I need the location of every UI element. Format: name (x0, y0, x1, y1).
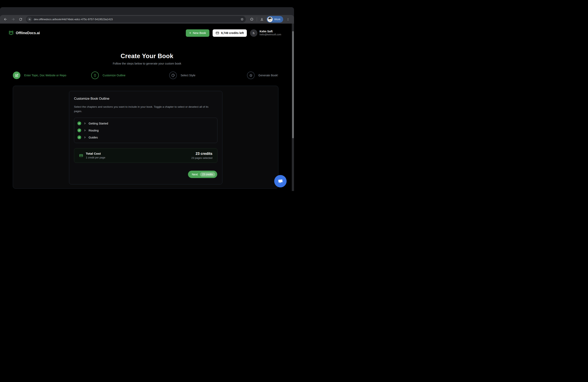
book-logo-icon (8, 30, 14, 36)
star-icon (247, 72, 255, 79)
page-subtitle: Follow the steps below to generate your … (0, 62, 294, 65)
step-generate-book[interactable]: Generate Book! (247, 72, 278, 79)
chat-widget-button[interactable] (274, 175, 287, 187)
browser-toolbar: dev.offlinedocs.ai/book/44d74bdc-edcc-47… (0, 15, 294, 24)
downloads-icon[interactable] (259, 17, 265, 22)
step-customize-outline[interactable]: Customize Outline (91, 72, 126, 79)
step-label: Select Style (181, 74, 195, 77)
screen: OfflineDocs.ai | Convert Techn ✕ + (0, 0, 294, 191)
user-box[interactable]: h Kelm Soft hello@kelmsoft.com (250, 29, 281, 37)
chapter-label: Guides (89, 136, 98, 139)
scrollbar-track[interactable] (292, 24, 294, 191)
chapter-row-getting-started[interactable]: Getting Started (77, 120, 214, 127)
step-enter-topic[interactable]: Enter Topic, Doc Website or Repo (13, 72, 66, 79)
edit-pencil-icon (13, 72, 21, 79)
total-cost-summary: Total Cost 1 credit per page 23 credits … (74, 148, 217, 163)
browser-menu-icon[interactable] (285, 17, 291, 22)
palette-icon (169, 72, 177, 79)
customize-outline-card: Customize Book Outline Select the chapte… (69, 91, 222, 184)
new-book-label: New Book (193, 31, 206, 35)
user-name: Kelm Soft (260, 30, 281, 33)
avatar[interactable]: h (250, 29, 257, 37)
brand-logo[interactable]: OfflineDocs.ai (8, 30, 40, 36)
step-label: Customize Outline (103, 74, 126, 77)
chevron-right-icon[interactable] (84, 122, 86, 125)
page-content: OfflineDocs.ai + New Book 9,749 credits … (0, 24, 294, 191)
plus-icon: + (189, 31, 191, 35)
site-settings-icon[interactable] (27, 17, 32, 22)
profile-name: Work (274, 18, 280, 21)
chapter-label: Getting Started (89, 122, 108, 125)
new-book-button[interactable]: + New Book (186, 29, 210, 37)
outline-page-icon (91, 72, 99, 79)
card-description: Select the chapters and sections you wan… (74, 105, 217, 113)
chat-bubble-icon (277, 178, 284, 185)
wizard-card: Customize Book Outline Select the chapte… (13, 86, 278, 189)
next-button[interactable]: Next 23 credits (188, 171, 217, 178)
next-credits-badge: 23 credits (200, 172, 215, 177)
cost-rate: 1 credit per page (86, 156, 105, 159)
url-text[interactable]: dev.offlinedocs.ai/book/44d74bdc-edcc-47… (34, 18, 240, 21)
check-icon (77, 121, 81, 125)
chevron-right-icon[interactable] (84, 129, 86, 132)
toolbar-divider (257, 17, 257, 21)
brand-name: OfflineDocs.ai (16, 31, 40, 35)
app-header: OfflineDocs.ai + New Book 9,749 credits … (8, 29, 281, 37)
step-select-style[interactable]: Select Style (169, 72, 195, 79)
bookmark-star-icon[interactable] (240, 18, 244, 21)
total-credits-value: 23 credits (191, 151, 212, 156)
reload-button[interactable] (18, 17, 23, 22)
forward-button[interactable] (10, 17, 16, 22)
page-title: Create Your Book (0, 53, 294, 60)
step-label: Enter Topic, Doc Website or Repo (24, 74, 66, 77)
card-title: Customize Book Outline (74, 97, 217, 100)
browser-window: OfflineDocs.ai | Convert Techn ✕ + (0, 7, 294, 191)
next-label: Next (192, 173, 198, 176)
check-icon (77, 129, 81, 132)
browser-profile-button[interactable]: Work (267, 16, 283, 22)
chapter-label: Routing (89, 129, 99, 132)
address-bar[interactable]: dev.offlinedocs.ai/book/44d74bdc-edcc-47… (26, 16, 246, 22)
chapter-list: Getting Started Routing (74, 118, 217, 143)
chapter-row-routing[interactable]: Routing (77, 127, 214, 134)
scrollbar-thumb[interactable] (292, 31, 294, 138)
profile-avatar (267, 17, 273, 22)
credit-card-icon (216, 31, 219, 35)
user-email: hello@kelmsoft.com (260, 33, 281, 36)
chevron-right-icon[interactable] (84, 136, 86, 139)
back-button[interactable] (3, 17, 8, 22)
step-label: Generate Book! (258, 74, 278, 77)
chapter-row-guides[interactable]: Guides (77, 134, 214, 141)
credit-card-icon-green (79, 153, 83, 158)
extensions-puzzle-icon[interactable] (249, 17, 254, 22)
tab-strip: OfflineDocs.ai | Convert Techn ✕ + (0, 7, 294, 15)
pages-selected: 23 pages selected (191, 156, 212, 160)
total-cost-label: Total Cost (86, 152, 105, 156)
credits-left-button[interactable]: 9,749 credits left (213, 29, 247, 37)
check-icon (77, 135, 81, 139)
credits-left-label: 9,749 credits left (221, 31, 244, 35)
